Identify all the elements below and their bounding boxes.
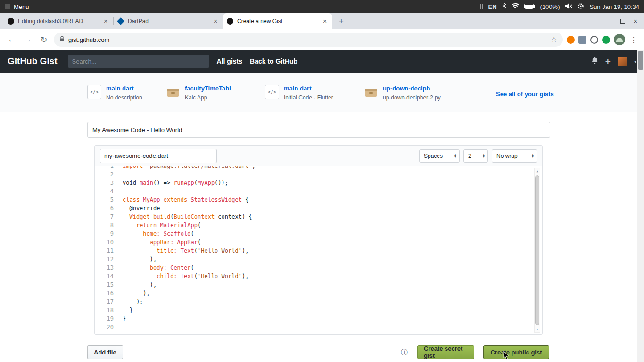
browser-profile-avatar[interactable] xyxy=(614,34,625,45)
code-line: 18 } xyxy=(95,306,532,314)
archive-file-icon xyxy=(166,85,180,101)
new-gist-plus-icon[interactable]: + xyxy=(605,56,611,66)
gist-card: </> main.dart No description. xyxy=(87,85,144,101)
create-secret-gist-button[interactable]: Create secret gist xyxy=(417,345,474,359)
clock[interactable]: Sun Jan 19, 10:34 xyxy=(589,3,639,10)
gist-search-input[interactable] xyxy=(68,55,209,68)
battery-icon[interactable] xyxy=(524,3,535,10)
language-indicator[interactable]: EN xyxy=(488,3,496,10)
nav-back-to-github[interactable]: Back to GitHub xyxy=(250,58,297,65)
indent-size-select[interactable]: 2 ▲▼ xyxy=(463,149,488,163)
tab-dartpad[interactable]: DartPad × xyxy=(114,13,223,29)
tab-strip: Editing dotslash3.0/READ × DartPad × Cre… xyxy=(0,13,644,29)
code-editor[interactable]: 1import 'package:flutter/material.dart';… xyxy=(95,166,542,334)
wrap-mode-select[interactable]: No wrap ▲▼ xyxy=(492,149,537,163)
code-line: 10 appBar: AppBar( xyxy=(95,238,532,247)
file-panel-header: Spaces ▲▼ 2 ▲▼ No wrap ▲▼ xyxy=(95,146,542,166)
url-bar[interactable]: gist.github.com ☆ xyxy=(54,33,563,47)
github-favicon xyxy=(8,18,14,25)
info-icon[interactable]: ⓘ xyxy=(401,348,408,357)
github-gist-header: GitHub Gist All gists Back to GitHub + ▾ xyxy=(0,50,644,73)
nav-all-gists[interactable]: All gists xyxy=(217,58,242,65)
code-line: 14 child: Text('Hello World'), xyxy=(95,272,532,280)
gist-link[interactable]: facultyTimeTabl… xyxy=(185,85,237,92)
file-panel: Spaces ▲▼ 2 ▲▼ No wrap ▲▼ 1import 'packa… xyxy=(94,145,543,335)
code-line: 12 ), xyxy=(95,255,532,263)
code-line: 11 title: Text('Hello World'), xyxy=(95,247,532,255)
code-line: 19} xyxy=(95,314,532,323)
gist-card: up-down-deciph… up-down-decipher-2.py xyxy=(364,85,441,101)
gist-link[interactable]: up-down-deciph… xyxy=(383,85,441,92)
notifications-bell-icon[interactable] xyxy=(591,57,598,66)
editor-scrollbar-thumb[interactable] xyxy=(535,175,539,325)
code-line: 3void main() => runApp(MyApp()); xyxy=(95,179,532,187)
url-text: gist.github.com xyxy=(68,36,547,43)
bookmark-star-icon[interactable]: ☆ xyxy=(551,35,557,44)
forward-button[interactable]: → xyxy=(22,35,34,44)
tab-close-icon[interactable]: × xyxy=(212,17,219,25)
code-line: 15 ), xyxy=(95,280,532,289)
window-maximize-button[interactable] xyxy=(620,19,625,24)
code-line: 5class MyApp extends StatelessWidget { xyxy=(95,196,532,204)
code-lines: 1import 'package:flutter/material.dart';… xyxy=(95,166,532,331)
page-scrollbar[interactable] xyxy=(637,50,644,362)
system-menu[interactable]: Menu xyxy=(14,3,29,10)
gear-icon[interactable] xyxy=(578,3,584,11)
page-scrollbar-thumb[interactable] xyxy=(638,51,643,70)
code-line: 8 return MaterialApp( xyxy=(95,221,532,230)
scroll-down-icon[interactable]: ▼ xyxy=(535,328,540,331)
address-bar: ← → ↻ gist.github.com ☆ ⋮ xyxy=(0,29,644,50)
recent-gists-strip: </> main.dart No description. facultyTim… xyxy=(0,73,644,112)
indent-mode-select[interactable]: Spaces ▲▼ xyxy=(419,149,460,163)
code-file-icon: </> xyxy=(265,85,279,99)
window-close-button[interactable]: × xyxy=(634,17,637,25)
back-button[interactable]: ← xyxy=(6,35,18,44)
reload-button[interactable]: ↻ xyxy=(38,35,50,45)
gist-description-input[interactable] xyxy=(87,122,550,138)
code-line: 7 Widget build(BuildContext context) { xyxy=(95,213,532,221)
editor-scrollbar[interactable]: ▲ ▼ xyxy=(534,168,540,333)
scroll-up-icon[interactable]: ▲ xyxy=(535,169,540,173)
gist-link[interactable]: main.dart xyxy=(284,85,340,92)
create-public-gist-button[interactable]: Create public gist xyxy=(483,345,549,359)
add-file-button[interactable]: Add file xyxy=(87,345,123,359)
wifi-icon[interactable] xyxy=(512,3,519,10)
window-minimize-button[interactable]: – xyxy=(608,17,612,25)
dartpad-favicon xyxy=(117,17,124,25)
code-line: 17 ); xyxy=(95,297,532,306)
user-avatar[interactable] xyxy=(618,57,627,66)
code-line: 20 xyxy=(95,323,532,331)
gist-card: </> main.dart Initial Code - Flutter … xyxy=(265,85,340,101)
lock-icon xyxy=(59,36,65,43)
extension-icon[interactable] xyxy=(578,36,586,44)
volume-muted-icon[interactable] xyxy=(565,3,572,10)
gist-card: facultyTimeTabl… Kalc App xyxy=(166,85,237,101)
code-line: 2 xyxy=(95,170,532,179)
code-line: 16 ), xyxy=(95,289,532,297)
mouse-cursor xyxy=(503,351,510,362)
chevron-down-icon[interactable]: ▾ xyxy=(634,59,636,64)
new-tab-button[interactable]: + xyxy=(335,15,347,27)
code-line: 6 @override xyxy=(95,204,532,213)
filename-input[interactable] xyxy=(100,149,217,163)
browser-menu-icon[interactable]: ⋮ xyxy=(629,35,638,44)
github-gist-logo[interactable]: GitHub Gist xyxy=(8,56,58,66)
tab-create-gist[interactable]: Create a new Gist × xyxy=(223,13,332,29)
tab-close-icon[interactable]: × xyxy=(102,17,109,25)
extension-icon[interactable] xyxy=(590,36,598,44)
code-file-icon: </> xyxy=(87,85,101,99)
extension-icon[interactable] xyxy=(602,36,610,44)
extension-icon[interactable] xyxy=(567,36,575,44)
battery-percentage: (100%) xyxy=(540,3,560,10)
bluetooth-icon[interactable] xyxy=(502,3,506,10)
app-menu-icon xyxy=(5,4,10,9)
tab-editing-readme[interactable]: Editing dotslash3.0/READ × xyxy=(4,13,113,29)
tab-close-icon[interactable]: × xyxy=(321,17,329,25)
code-line: 9 home: Scaffold( xyxy=(95,230,532,238)
keyboard-indicator-icon[interactable] xyxy=(480,4,483,9)
system-bar: Menu EN (100%) Sun Jan 19, 10:34 xyxy=(0,0,644,13)
see-all-gists-link[interactable]: See all of your gists xyxy=(496,90,554,98)
gist-link[interactable]: main.dart xyxy=(106,85,144,92)
archive-file-icon xyxy=(364,85,378,101)
code-line: 13 body: Center( xyxy=(95,263,532,272)
